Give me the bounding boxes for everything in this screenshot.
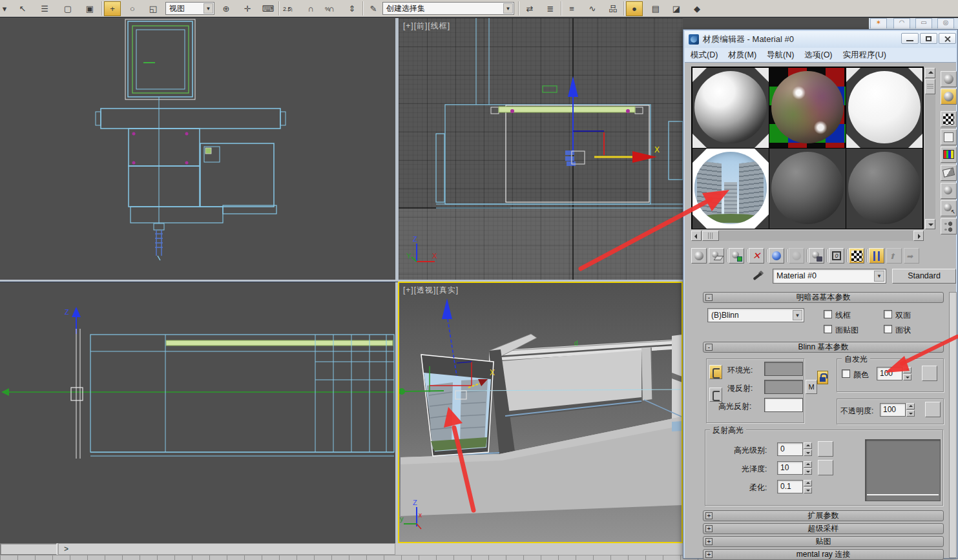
diffuse-specular-lock-icon[interactable] [709, 388, 722, 402]
put-to-library-icon[interactable] [809, 248, 824, 264]
curve-editor-icon[interactable]: ∿ [584, 1, 601, 16]
material-slot-3[interactable] [846, 68, 922, 148]
self-illum-spinner[interactable] [903, 367, 911, 381]
edit-named-selection-sets-icon[interactable]: ✎ [365, 1, 382, 16]
get-material-icon[interactable] [691, 248, 707, 264]
chevron-down-icon[interactable]: ▼ [793, 310, 802, 320]
chevron-down-icon[interactable]: ▼ [503, 3, 513, 14]
ambient-color-swatch[interactable] [764, 362, 803, 376]
percent-snap-icon[interactable]: ∩% [323, 1, 340, 16]
viewport-left[interactable]: Z [0, 282, 395, 543]
panel-scrollbar[interactable] [949, 292, 957, 558]
opacity-value-field[interactable]: 100 [880, 403, 906, 417]
wireframe-checkbox[interactable] [824, 310, 832, 318]
rendered-frame-window-icon[interactable]: ◪ [668, 1, 685, 16]
rollout-extended-params[interactable]: + 扩展参数 [703, 510, 944, 521]
specular-level-spinner[interactable] [804, 442, 812, 457]
chevron-down-icon[interactable]: ▼ [203, 3, 213, 14]
viewport-top[interactable] [0, 18, 395, 280]
lock-icon[interactable] [817, 371, 828, 384]
show-end-result-icon[interactable] [869, 248, 884, 264]
maximize-button[interactable] [920, 33, 937, 44]
select-and-scale-icon[interactable]: ◱ [145, 1, 161, 16]
starburst-icon[interactable]: ✶ [870, 18, 887, 28]
specular-color-swatch[interactable] [764, 398, 803, 412]
scroll-left-icon[interactable] [691, 231, 702, 241]
self-illum-color-checkbox[interactable] [842, 369, 850, 378]
undo-dropdown-icon[interactable]: ▾ [0, 1, 9, 16]
material-map-navigator-icon[interactable] [941, 218, 957, 234]
window-crossing-icon[interactable]: ▣ [81, 1, 98, 16]
sample-uv-tiling-icon[interactable] [941, 129, 957, 145]
menu-options[interactable]: 选项(O) [804, 50, 832, 61]
material-slot-4-selected[interactable] [692, 149, 769, 229]
material-id-channel-icon[interactable]: 0 [829, 248, 844, 264]
viewport-splitter-horizontal[interactable] [0, 280, 683, 282]
viewport-front[interactable]: [+][前][线框] X [399, 18, 683, 280]
material-slot-5[interactable] [769, 149, 846, 229]
material-editor-icon[interactable]: ● [626, 1, 643, 16]
rollout-blinn-basic-params[interactable]: - Blinn 基本参数 [703, 342, 944, 353]
align-icon[interactable]: ≣ [542, 1, 559, 16]
rollout-mental-ray-connection[interactable]: + mental ray 连接 [703, 549, 944, 560]
glossiness-map-button[interactable] [818, 460, 833, 475]
material-type-button[interactable]: Standard [892, 269, 956, 284]
specular-level-map-button[interactable] [818, 441, 833, 457]
expand-icon[interactable]: + [705, 551, 713, 558]
video-color-check-icon[interactable] [941, 147, 957, 163]
material-slot-1[interactable] [692, 68, 769, 148]
menu-utilities[interactable]: 实用程序(U) [843, 50, 886, 61]
layer-manager-icon[interactable]: ≡ [563, 1, 580, 16]
schematic-view-icon[interactable]: 品 [605, 1, 621, 16]
backlight-icon[interactable] [941, 88, 957, 105]
viewport-front-label[interactable]: [+][前][线框] [403, 21, 450, 32]
slot-horizontal-scrollbar[interactable] [691, 231, 924, 241]
make-preview-icon[interactable] [941, 165, 957, 181]
glossiness-spinner[interactable] [804, 461, 812, 475]
maxscript-mini-listener-prompt[interactable]: > [58, 543, 395, 555]
select-by-material-icon[interactable]: ↖ [941, 200, 957, 216]
select-object-icon[interactable]: ↖ [14, 1, 31, 16]
ambient-diffuse-lock-icon[interactable] [709, 365, 722, 379]
chevron-down-icon[interactable]: ▼ [874, 271, 884, 282]
rectangle-tool-icon[interactable]: ▭ [915, 18, 932, 28]
two-sided-checkbox[interactable] [884, 310, 892, 318]
make-material-copy-icon[interactable] [769, 248, 784, 264]
vertical-scroll-thumb[interactable] [925, 79, 935, 94]
scroll-right-icon[interactable] [913, 231, 924, 241]
opacity-spinner[interactable] [906, 403, 915, 417]
put-material-to-scene-icon[interactable] [709, 248, 724, 264]
collapse-icon[interactable]: - [705, 294, 713, 301]
reset-map-icon[interactable]: ✕ [749, 248, 764, 264]
soften-spinner[interactable] [804, 480, 812, 494]
rollout-maps[interactable]: + 贴图 [703, 536, 944, 547]
glossiness-field[interactable]: 10 [777, 461, 803, 475]
faceted-checkbox[interactable] [884, 325, 892, 333]
select-and-rotate-icon[interactable]: ○ [124, 1, 141, 16]
face-map-checkbox[interactable] [824, 325, 832, 333]
named-selection-sets-dropdown[interactable]: 创建选择集▼ [382, 2, 514, 15]
menu-mode[interactable]: 模式(D) [691, 50, 718, 61]
background-icon[interactable] [941, 111, 957, 127]
expand-icon[interactable]: + [705, 512, 713, 519]
pick-material-eyedropper-icon[interactable] [751, 269, 764, 282]
menu-navigation[interactable]: 导航(N) [767, 50, 794, 61]
soften-field[interactable]: 0.1 [777, 480, 803, 493]
material-slot-6[interactable] [846, 149, 922, 229]
material-name-dropdown[interactable]: Material #0▼ [773, 269, 886, 284]
menu-material[interactable]: 材质(M) [728, 50, 756, 61]
diffuse-map-button[interactable]: M [806, 380, 817, 394]
scroll-down-icon[interactable] [925, 219, 935, 229]
snap-toggle-25-icon[interactable]: ∩2.5 [282, 1, 298, 16]
maxscript-mini-listener-left[interactable] [0, 543, 57, 555]
rectangular-selection-region-icon[interactable]: ▢ [59, 1, 76, 16]
specular-level-field[interactable]: 0 [777, 442, 803, 456]
options-icon[interactable] [941, 183, 957, 199]
angle-snap-icon[interactable]: ∩ [302, 1, 319, 16]
shader-type-dropdown[interactable]: (B)Blinn▼ [707, 308, 804, 322]
keyboard-shortcut-override-icon[interactable]: ⌨ [260, 1, 276, 16]
select-by-name-icon[interactable]: ☰ [36, 1, 53, 16]
render-setup-icon[interactable]: ▤ [647, 1, 664, 16]
spinner-snap-icon[interactable]: ⇕ [344, 1, 360, 16]
opacity-map-button[interactable] [925, 402, 941, 417]
